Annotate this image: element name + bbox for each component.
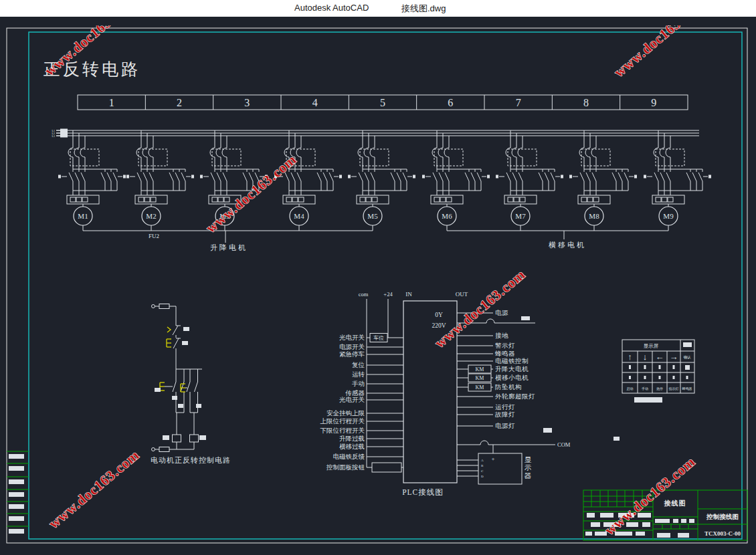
contactor-actuator: [413, 175, 415, 179]
plc-input-label: 紧急停车: [339, 351, 365, 358]
plc-caption: PLC接线图: [402, 488, 444, 496]
display-pin-label: C: [481, 469, 484, 473]
plc-output-label: 升降大电机: [495, 366, 529, 372]
plc-24v-label: +24: [383, 291, 393, 298]
redaction-bar: [9, 454, 24, 459]
contactor-actuator: [348, 175, 351, 179]
km-label: KM: [476, 384, 484, 391]
contactor-blade: [445, 173, 449, 181]
motor-branch: [130, 130, 191, 231]
component-tag: [163, 435, 169, 440]
contactor-blade: [211, 173, 215, 181]
thermal-relay: [431, 195, 463, 204]
relay-element: [360, 197, 365, 202]
panel-indicator: [683, 342, 692, 347]
panel-button-label: 蜂鸣器: [682, 386, 692, 391]
contactor-blade: [217, 173, 221, 181]
contactor-actuator: [126, 175, 129, 179]
plc-input-label: 安全挂钩上限: [326, 409, 365, 417]
contact-blade: [181, 382, 184, 392]
fuse-symbol: [159, 447, 169, 452]
relay-element: [298, 197, 304, 202]
redaction-bar: [642, 522, 650, 527]
plc-output-label: 接地: [495, 332, 508, 339]
contactor-blade: [365, 173, 369, 181]
motor-branch: [62, 130, 122, 231]
document-title: 接线图.dwg: [401, 3, 446, 15]
plc-input-label: 光电开关: [339, 334, 365, 341]
panel-button-dot: [644, 365, 646, 369]
contactor-actuator: [339, 175, 342, 179]
redaction-bar: [9, 504, 24, 509]
contactor-blade: [181, 173, 185, 181]
contactor-blade: [654, 173, 658, 181]
relay-element: [218, 197, 223, 202]
watermark: www.doc163.com: [45, 447, 143, 532]
relay-element: [82, 197, 88, 202]
plc-input-label: 光电开关: [339, 397, 365, 403]
thermal-relay: [283, 195, 315, 204]
relay-element: [224, 197, 229, 202]
relay-element: [76, 197, 82, 202]
component-tag: [196, 404, 201, 408]
window-titlebar[interactable]: Autodesk AutoCAD 接线图.dwg: [0, 0, 756, 17]
plc-input-label: 上限位行程开关: [320, 417, 365, 425]
component-tag: [178, 404, 183, 408]
relay-element: [446, 197, 452, 202]
watermark: www.doc163.com: [432, 266, 529, 351]
redaction-bar: [9, 516, 24, 521]
component-tag: [172, 396, 177, 400]
traverse-motor-group-label: 横移电机: [549, 241, 586, 249]
panel-button-dot: [686, 376, 688, 379]
zone-number: 5: [380, 97, 385, 108]
panel-button-dot: [659, 376, 661, 379]
thermal-relay: [135, 195, 167, 204]
motor-branch: [499, 130, 560, 231]
zone-number: 9: [651, 97, 656, 108]
thermal-relay: [504, 195, 537, 204]
component-tag: [199, 435, 206, 440]
contactor-actuator: [708, 175, 711, 179]
inductor-hop: [486, 319, 494, 323]
relay-element: [508, 197, 513, 202]
contactor-actuator: [561, 175, 563, 179]
contactor-blade: [75, 173, 79, 181]
motor-label: M5: [367, 212, 378, 220]
contactor-actuator: [123, 175, 126, 179]
panel-arrow-button: ↓: [643, 352, 648, 362]
contactor-blade: [113, 173, 117, 181]
display-pin-label: B: [481, 464, 484, 467]
control-circuit-caption: 电动机正反转控制电路: [151, 456, 231, 464]
contactor-blade: [81, 173, 85, 181]
display-name-char: 显: [525, 456, 532, 463]
plc-output-label: 警示灯: [495, 342, 515, 349]
contactor-blade: [551, 173, 555, 181]
plc-output-label: 故障灯: [494, 411, 515, 418]
motor-label: M4: [294, 212, 304, 220]
relay-element: [656, 197, 661, 202]
contactor-blade: [317, 173, 321, 181]
contactor-blade: [545, 173, 549, 181]
relay-element: [440, 197, 446, 202]
zone-number: 1: [109, 97, 114, 108]
plc-in-label: IN: [405, 291, 412, 298]
contact-blade: [195, 382, 198, 392]
contact-blade: [173, 382, 176, 392]
plc-output-label: 防坠机构: [495, 383, 522, 391]
plc-output-label: 电磁铁控制: [495, 358, 529, 364]
plc-input-box-label: 车位: [373, 335, 384, 341]
panel-button-dot: [659, 365, 661, 369]
redaction-bar: [673, 519, 678, 523]
redaction-bar: [9, 529, 24, 534]
panel-arrow-button: →: [670, 352, 678, 362]
plc-output-label: 电源: [495, 310, 508, 316]
zone-number: 6: [448, 97, 453, 108]
zone-number: 3: [244, 97, 250, 108]
relay-element: [212, 197, 217, 202]
contactor-actuator: [634, 175, 637, 179]
motor-label: M6: [442, 212, 452, 220]
plc-output-label: 横移小电机: [495, 374, 529, 381]
autocad-canvas[interactable]: 正反转电路 FU2 升降电机 横移电机 电动机正反转控制电路 PLC接线图 co…: [0, 17, 756, 555]
contactor-blade: [439, 173, 443, 181]
contactor-blade: [471, 173, 475, 181]
